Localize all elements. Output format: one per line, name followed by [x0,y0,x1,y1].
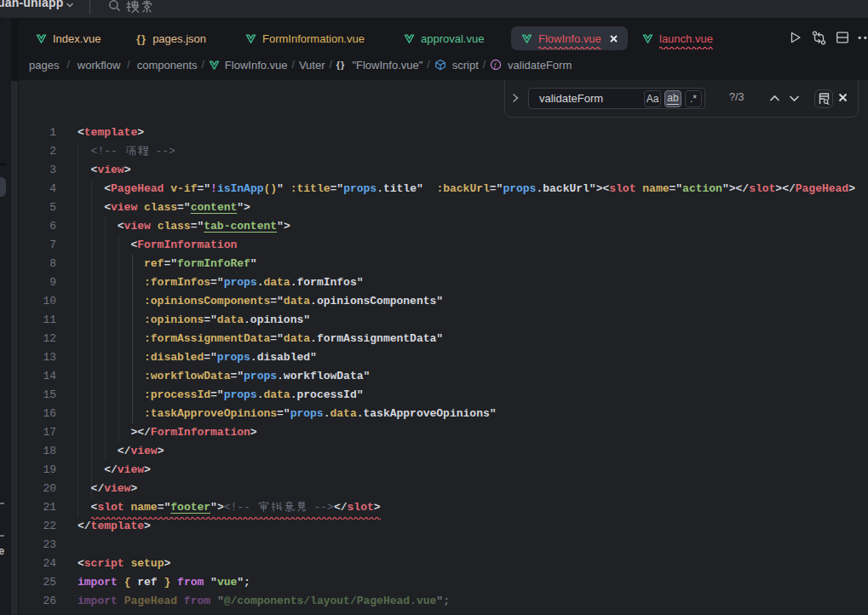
svg-text:f: f [494,61,497,69]
